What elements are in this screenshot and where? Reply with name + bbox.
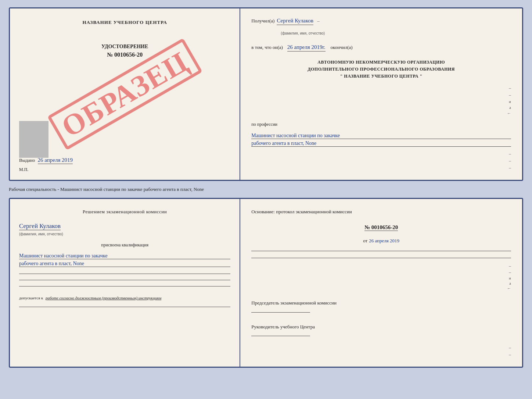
right-dashes: – – – <box>251 151 511 171</box>
head-block: Руководитель учебного Центра <box>251 323 511 336</box>
org-line1: АВТОНОМНУЮ НЕКОММЕРЧЕСКУЮ ОРГАНИЗАЦИЮ <box>251 59 511 66</box>
issued-date: 26 апреля 2019 <box>38 157 73 164</box>
left-arrow-2: ← <box>507 286 511 291</box>
head-label: Руководитель учебного Центра <box>251 323 511 331</box>
right-panel-2: Основание: протокол экзаменационной коми… <box>240 199 522 367</box>
bd2: – <box>509 352 511 357</box>
allowed-prefix: допускается к <box>19 296 43 300</box>
d1: – <box>251 151 511 157</box>
basis-label: Основание: протокол экзаменационной коми… <box>251 208 511 215</box>
right-panel-1: Получил(а) Сергей Кулаков – (фамилия, им… <box>240 8 522 180</box>
org-block: АВТОНОМНУЮ НЕКОММЕРЧЕСКУЮ ОРГАНИЗАЦИЮ ДО… <box>251 59 511 80</box>
bd1: – <box>509 345 511 350</box>
issued-label: Выдано <box>19 157 35 163</box>
chairman-signature <box>251 312 310 313</box>
org-line2: ДОПОЛНИТЕЛЬНОГО ПРОФЕССИОНАЛЬНОГО ОБРАЗО… <box>251 66 511 73</box>
finished-label: окончил(а) <box>331 44 353 50</box>
qual-line2: рабочего агента в пласт, None <box>19 261 230 267</box>
head-signature <box>251 336 310 336</box>
a-label: а <box>509 105 511 110</box>
cert-number: № 0010656-20 <box>19 51 230 58</box>
issued-row: Выдано 26 апреля 2019 <box>19 150 230 163</box>
date-value-1: 26 апреля 2019г. <box>287 44 326 51</box>
profession-label: по профессии <box>251 122 511 127</box>
org-line3: " НАЗВАНИЕ УЧЕБНОГО ЦЕНТРА " <box>251 73 511 80</box>
received-row: Получил(а) Сергей Кулаков – <box>251 18 511 25</box>
dash2: – <box>509 92 511 98</box>
left-panel-2: Решением экзаменационной комиссии Сергей… <box>10 199 240 367</box>
allowed-text: работе согласно должностным (производств… <box>46 296 161 300</box>
name-hint-2: (фамилия, имя, отчество) <box>19 232 63 236</box>
training-center-title-1: НАЗВАНИЕ УЧЕБНОГО ЦЕНТРА <box>19 19 230 25</box>
assigned-label: присвоена квалификация <box>19 242 230 248</box>
first-document: НАЗВАНИЕ УЧЕБНОГО ЦЕНТРА ОБРАЗЕЦ УДОСТОВ… <box>9 7 523 181</box>
and-label-2: и <box>509 276 511 280</box>
d2: – <box>251 158 511 164</box>
cert-label: УДОСТОВЕРЕНИЕ <box>19 44 230 50</box>
allowed-row: допускается к работе согласно должностны… <box>19 296 230 300</box>
left-panel-1: НАЗВАНИЕ УЧЕБНОГО ЦЕНТРА ОБРАЗЕЦ УДОСТОВ… <box>10 8 240 180</box>
left-arrow: ← <box>507 111 511 115</box>
a-label-2: а <box>509 281 511 285</box>
chairman-block: Председатель экзаменационной комиссии <box>251 299 511 313</box>
bottom-dashes: – – <box>251 345 511 357</box>
second-document: Решением экзаменационной комиссии Сергей… <box>9 198 523 368</box>
chairman-label: Председатель экзаменационной комиссии <box>251 299 511 307</box>
mp-label: М.П. <box>19 167 230 172</box>
below-text: Рабочая специальность - Машинист насосно… <box>9 185 523 194</box>
dash1: – <box>509 85 511 91</box>
doc-number-2: № 0010656-20 <box>364 224 398 231</box>
in-that-row: в том, что он(а) 26 апреля 2019г. окончи… <box>251 44 511 51</box>
rd1: – <box>509 263 511 269</box>
profession-line2: рабочего агента в пласт, None <box>251 140 511 147</box>
commission-title: Решением экзаменационной комиссии <box>19 208 230 215</box>
received-name: Сергей Кулаков <box>277 18 313 25</box>
page-wrapper: НАЗВАНИЕ УЧЕБНОГО ЦЕНТРА ОБРАЗЕЦ УДОСТОВ… <box>9 7 523 368</box>
name-hint-1: (фамилия, имя, отчество) <box>281 31 325 35</box>
and-label: и <box>509 99 511 104</box>
in-that-label: в том, что он(а) <box>251 44 283 50</box>
date-value-2: 26 апреля 2019 <box>369 238 399 244</box>
person-name: Сергей Кулаков <box>19 222 61 230</box>
rd2: – <box>509 270 511 275</box>
date-row-2: от 26 апреля 2019 <box>251 238 511 244</box>
date-prefix: от <box>363 238 367 244</box>
photo-placeholder <box>19 121 48 158</box>
received-label: Получил(а) <box>251 18 274 24</box>
profession-line1: Машинист насосной станции по закачке <box>251 133 511 139</box>
qual-line1: Машинист насосной станции по закачке <box>19 253 230 259</box>
d3: – <box>251 165 511 171</box>
